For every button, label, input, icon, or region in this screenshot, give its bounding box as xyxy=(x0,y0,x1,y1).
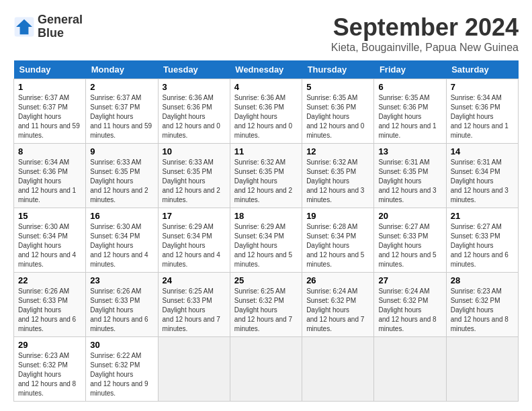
day-detail: Sunrise: 6:29 AMSunset: 6:34 PMDaylight … xyxy=(234,223,292,268)
day-detail: Sunrise: 6:27 AMSunset: 6:33 PMDaylight … xyxy=(378,223,436,268)
day-number: 30 xyxy=(90,340,153,350)
weekday-header-thursday: Thursday xyxy=(302,60,374,79)
calendar-week-4: 22 Sunrise: 6:26 AMSunset: 6:33 PMDaylig… xyxy=(14,273,519,337)
weekday-header-saturday: Saturday xyxy=(446,60,518,79)
day-number: 14 xyxy=(451,146,514,156)
day-detail: Sunrise: 6:30 AMSunset: 6:34 PMDaylight … xyxy=(18,223,76,268)
calendar-cell: 2 Sunrise: 6:37 AMSunset: 6:37 PMDayligh… xyxy=(86,79,158,144)
day-number: 7 xyxy=(451,82,514,92)
calendar-cell: 14 Sunrise: 6:31 AMSunset: 6:34 PMDaylig… xyxy=(446,144,518,208)
calendar-cell xyxy=(446,337,518,402)
day-detail: Sunrise: 6:35 AMSunset: 6:36 PMDaylight … xyxy=(378,94,436,139)
calendar-cell: 27 Sunrise: 6:24 AMSunset: 6:32 PMDaylig… xyxy=(374,273,446,337)
day-detail: Sunrise: 6:33 AMSunset: 6:35 PMDaylight … xyxy=(90,158,148,203)
header: General Blue September 2024 Kieta, Bouga… xyxy=(13,13,519,54)
day-detail: Sunrise: 6:37 AMSunset: 6:37 PMDaylight … xyxy=(90,94,152,139)
day-number: 15 xyxy=(18,211,81,221)
day-detail: Sunrise: 6:31 AMSunset: 6:35 PMDaylight … xyxy=(378,158,436,203)
calendar-cell: 3 Sunrise: 6:36 AMSunset: 6:36 PMDayligh… xyxy=(158,79,230,144)
calendar-cell: 19 Sunrise: 6:28 AMSunset: 6:34 PMDaylig… xyxy=(302,208,374,273)
logo-text: General Blue xyxy=(38,13,83,40)
day-number: 29 xyxy=(18,340,81,350)
day-number: 10 xyxy=(163,146,226,156)
calendar-cell: 30 Sunrise: 6:22 AMSunset: 6:32 PMDaylig… xyxy=(86,337,158,402)
calendar-cell xyxy=(230,337,302,402)
day-number: 1 xyxy=(18,82,81,92)
day-detail: Sunrise: 6:30 AMSunset: 6:34 PMDaylight … xyxy=(90,223,148,268)
day-detail: Sunrise: 6:23 AMSunset: 6:32 PMDaylight … xyxy=(451,287,508,332)
calendar-cell xyxy=(158,337,230,402)
logo-icon xyxy=(13,16,35,38)
logo: General Blue xyxy=(13,13,83,40)
month-title: September 2024 xyxy=(331,13,519,42)
day-detail: Sunrise: 6:35 AMSunset: 6:36 PMDaylight … xyxy=(306,94,364,139)
calendar-cell xyxy=(374,337,446,402)
day-number: 28 xyxy=(451,275,514,285)
day-number: 6 xyxy=(378,82,441,92)
day-number: 8 xyxy=(18,146,81,156)
calendar-cell: 4 Sunrise: 6:36 AMSunset: 6:36 PMDayligh… xyxy=(230,79,302,144)
day-detail: Sunrise: 6:33 AMSunset: 6:35 PMDaylight … xyxy=(163,158,220,203)
calendar-week-5: 29 Sunrise: 6:23 AMSunset: 6:32 PMDaylig… xyxy=(14,337,519,402)
day-number: 2 xyxy=(90,82,153,92)
day-detail: Sunrise: 6:26 AMSunset: 6:33 PMDaylight … xyxy=(18,287,76,332)
calendar-cell: 16 Sunrise: 6:30 AMSunset: 6:34 PMDaylig… xyxy=(86,208,158,273)
day-detail: Sunrise: 6:31 AMSunset: 6:34 PMDaylight … xyxy=(451,158,508,203)
day-number: 12 xyxy=(306,146,369,156)
day-number: 11 xyxy=(234,146,298,156)
calendar-cell: 18 Sunrise: 6:29 AMSunset: 6:34 PMDaylig… xyxy=(230,208,302,273)
calendar-cell: 24 Sunrise: 6:25 AMSunset: 6:33 PMDaylig… xyxy=(158,273,230,337)
day-detail: Sunrise: 6:32 AMSunset: 6:35 PMDaylight … xyxy=(306,158,364,203)
day-number: 5 xyxy=(306,82,369,92)
day-detail: Sunrise: 6:36 AMSunset: 6:36 PMDaylight … xyxy=(163,94,220,139)
day-number: 22 xyxy=(18,275,81,285)
calendar-week-2: 8 Sunrise: 6:34 AMSunset: 6:36 PMDayligh… xyxy=(14,144,519,208)
calendar-cell: 25 Sunrise: 6:25 AMSunset: 6:32 PMDaylig… xyxy=(230,273,302,337)
day-number: 17 xyxy=(163,211,226,221)
calendar-cell: 11 Sunrise: 6:32 AMSunset: 6:35 PMDaylig… xyxy=(230,144,302,208)
day-number: 27 xyxy=(378,275,441,285)
day-detail: Sunrise: 6:28 AMSunset: 6:34 PMDaylight … xyxy=(306,223,364,268)
calendar-cell: 21 Sunrise: 6:27 AMSunset: 6:33 PMDaylig… xyxy=(446,208,518,273)
calendar-cell: 9 Sunrise: 6:33 AMSunset: 6:35 PMDayligh… xyxy=(86,144,158,208)
day-number: 4 xyxy=(234,82,298,92)
day-number: 16 xyxy=(90,211,153,221)
weekday-header-row: SundayMondayTuesdayWednesdayThursdayFrid… xyxy=(14,60,519,79)
calendar-cell: 20 Sunrise: 6:27 AMSunset: 6:33 PMDaylig… xyxy=(374,208,446,273)
title-area: September 2024 Kieta, Bougainville, Papu… xyxy=(331,13,519,54)
calendar-cell: 15 Sunrise: 6:30 AMSunset: 6:34 PMDaylig… xyxy=(14,208,86,273)
calendar-cell: 10 Sunrise: 6:33 AMSunset: 6:35 PMDaylig… xyxy=(158,144,230,208)
day-number: 13 xyxy=(378,146,441,156)
day-number: 21 xyxy=(451,211,514,221)
day-detail: Sunrise: 6:29 AMSunset: 6:34 PMDaylight … xyxy=(163,223,220,268)
calendar-cell: 28 Sunrise: 6:23 AMSunset: 6:32 PMDaylig… xyxy=(446,273,518,337)
calendar-cell: 22 Sunrise: 6:26 AMSunset: 6:33 PMDaylig… xyxy=(14,273,86,337)
day-detail: Sunrise: 6:25 AMSunset: 6:33 PMDaylight … xyxy=(163,287,220,332)
location-title: Kieta, Bougainville, Papua New Guinea xyxy=(331,42,519,54)
day-number: 23 xyxy=(90,275,153,285)
day-detail: Sunrise: 6:34 AMSunset: 6:36 PMDaylight … xyxy=(451,94,508,139)
day-detail: Sunrise: 6:37 AMSunset: 6:37 PMDaylight … xyxy=(18,94,80,139)
day-detail: Sunrise: 6:26 AMSunset: 6:33 PMDaylight … xyxy=(90,287,148,332)
weekday-header-sunday: Sunday xyxy=(14,60,86,79)
day-number: 20 xyxy=(378,211,441,221)
calendar-body: 1 Sunrise: 6:37 AMSunset: 6:37 PMDayligh… xyxy=(14,79,519,402)
calendar-cell: 6 Sunrise: 6:35 AMSunset: 6:36 PMDayligh… xyxy=(374,79,446,144)
calendar-week-3: 15 Sunrise: 6:30 AMSunset: 6:34 PMDaylig… xyxy=(14,208,519,273)
calendar-week-1: 1 Sunrise: 6:37 AMSunset: 6:37 PMDayligh… xyxy=(14,79,519,144)
calendar-cell: 29 Sunrise: 6:23 AMSunset: 6:32 PMDaylig… xyxy=(14,337,86,402)
day-detail: Sunrise: 6:32 AMSunset: 6:35 PMDaylight … xyxy=(234,158,292,203)
day-detail: Sunrise: 6:24 AMSunset: 6:32 PMDaylight … xyxy=(306,287,364,332)
day-detail: Sunrise: 6:27 AMSunset: 6:33 PMDaylight … xyxy=(451,223,508,268)
day-number: 9 xyxy=(90,146,153,156)
calendar-cell: 7 Sunrise: 6:34 AMSunset: 6:36 PMDayligh… xyxy=(446,79,518,144)
day-number: 24 xyxy=(163,275,226,285)
weekday-header-tuesday: Tuesday xyxy=(158,60,230,79)
day-detail: Sunrise: 6:34 AMSunset: 6:36 PMDaylight … xyxy=(18,158,76,203)
day-detail: Sunrise: 6:22 AMSunset: 6:32 PMDaylight … xyxy=(90,352,148,397)
day-number: 19 xyxy=(306,211,369,221)
calendar-table: SundayMondayTuesdayWednesdayThursdayFrid… xyxy=(13,60,519,402)
calendar-cell: 26 Sunrise: 6:24 AMSunset: 6:32 PMDaylig… xyxy=(302,273,374,337)
day-number: 3 xyxy=(163,82,226,92)
weekday-header-friday: Friday xyxy=(374,60,446,79)
